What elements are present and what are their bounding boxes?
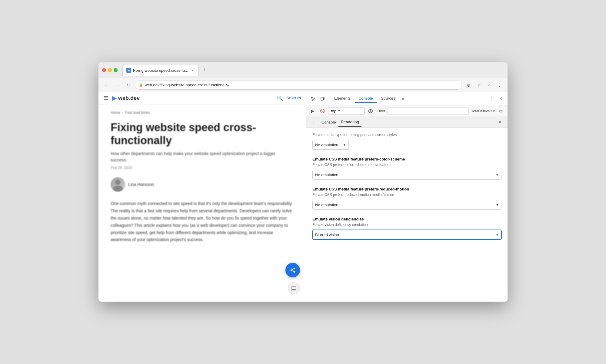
breadcrumb: Home › Fast load times	[111, 111, 294, 115]
svg-point-0	[294, 268, 295, 269]
color-scheme-title: Emulate CSS media feature prefers-color-…	[312, 157, 501, 161]
new-tab-button[interactable]: +	[200, 66, 208, 74]
bookmark-icon[interactable]: ☆	[475, 81, 483, 89]
tab-elements[interactable]: Elements	[331, 94, 354, 103]
svg-rect-5	[321, 97, 323, 100]
feedback-button[interactable]	[288, 282, 300, 294]
more-tabs-button[interactable]: »	[400, 94, 407, 103]
levels-dropdown[interactable]: Default levels ▾	[471, 109, 495, 113]
print-emulation-arrow: ▼	[343, 143, 346, 147]
devtools-close-button[interactable]: ×	[497, 94, 505, 103]
render-section-reduced-motion: Emulate CSS media feature prefers-reduce…	[312, 187, 501, 210]
webpage-search-icon[interactable]: 🔍	[277, 95, 283, 101]
inspect-element-button[interactable]	[309, 94, 317, 103]
tab-favicon	[126, 68, 131, 73]
clear-console-button[interactable]: 🚫	[318, 107, 326, 115]
browser-window: Fixing website speed cross-fu... × + ← →…	[98, 62, 508, 302]
svg-point-7	[370, 111, 371, 112]
reduced-motion-arrow: ▼	[496, 203, 499, 207]
profile-icon[interactable]: ○	[485, 81, 494, 89]
print-emulation-value: No emulation	[315, 143, 338, 147]
main-content: ☰ ▶ web.dev 🔍 SIGN IN Home › Fast load t…	[98, 92, 508, 302]
maximize-traffic-light[interactable]	[114, 68, 118, 72]
author-name: Lina Hansson	[128, 182, 154, 187]
color-scheme-select[interactable]: No emulation ▼	[312, 170, 501, 180]
article-body: One common myth connected to site speed …	[111, 200, 294, 243]
render-section-print: Forces media type for testing print and …	[312, 133, 501, 150]
traffic-lights	[102, 68, 118, 72]
webpage-panel: ☰ ▶ web.dev 🔍 SIGN IN Home › Fast load t…	[98, 92, 306, 302]
context-dropdown-arrow: ▼	[338, 109, 341, 113]
browser-menu-icon[interactable]: ⋮	[495, 81, 504, 89]
devtools-header-right: ⋮ ×	[487, 94, 505, 103]
levels-label: Default levels	[471, 109, 492, 113]
webdev-logo[interactable]: ▶ web.dev	[112, 94, 140, 102]
filter-input[interactable]	[387, 108, 469, 115]
devtools-menu-button[interactable]: ⋮	[487, 94, 495, 103]
reduced-motion-title: Emulate CSS media feature prefers-reduce…	[312, 187, 501, 191]
drawer-close-button[interactable]: ×	[496, 118, 504, 126]
tab-bar: Fixing website speed cross-fu... × +	[122, 65, 504, 76]
context-dropdown[interactable]: top ▼	[328, 107, 365, 115]
close-traffic-light[interactable]	[102, 68, 106, 72]
earth-icon[interactable]: ⊕	[464, 81, 473, 89]
color-scheme-arrow: ▼	[496, 173, 499, 177]
svg-point-1	[291, 270, 292, 271]
devtools-tabs: Elements Console Sources »	[331, 94, 486, 103]
drawer-tab-console[interactable]: Console	[319, 118, 338, 126]
reduced-motion-desc: Forces CSS prefers-reduced-motion media …	[312, 193, 501, 197]
devtools-tools	[309, 94, 327, 103]
url-bar[interactable]: 🔒 web.dev/fixing-website-speed-cross-fun…	[135, 81, 462, 90]
eye-button[interactable]	[366, 107, 375, 115]
active-tab[interactable]: Fixing website speed cross-fu... ×	[122, 65, 199, 76]
settings-button[interactable]: ⚙	[497, 107, 505, 115]
tab-title: Fixing website speed cross-fu...	[133, 68, 188, 73]
webpage-toolbar: ☰ ▶ web.dev 🔍 SIGN IN	[98, 92, 306, 104]
render-section-color-scheme: Emulate CSS media feature prefers-color-…	[312, 157, 501, 180]
hamburger-icon[interactable]: ☰	[103, 95, 108, 101]
lock-icon: 🔒	[139, 83, 143, 87]
webpage-toolbar-right: 🔍 SIGN IN	[277, 95, 301, 101]
vision-desc: Forces vision deficiency emulation	[312, 223, 501, 227]
drawer-tab-rendering[interactable]: Rendering	[338, 118, 361, 127]
vision-arrow: ▼	[496, 233, 499, 237]
filter-area: Filter Default levels ▾	[377, 108, 495, 115]
drawer-menu-icon[interactable]: ⋮	[310, 118, 318, 126]
webdev-logo-text: web.dev	[118, 95, 140, 101]
article-date: Feb 28, 2020	[111, 166, 294, 170]
run-script-button[interactable]: ▶	[309, 107, 317, 115]
breadcrumb-separator: ›	[122, 111, 123, 115]
article-title: Fixing website speed cross-functionally	[111, 121, 294, 147]
author-avatar-image	[111, 177, 125, 192]
tab-sources[interactable]: Sources	[377, 94, 399, 103]
vision-select[interactable]: Blurred vision ▼	[312, 230, 501, 240]
share-button[interactable]	[285, 263, 300, 277]
back-button[interactable]: ←	[102, 81, 111, 89]
tab-console[interactable]: Console	[355, 94, 377, 103]
reduced-motion-select[interactable]: No emulation ▼	[312, 200, 501, 210]
sign-in-button[interactable]: SIGN IN	[287, 96, 301, 100]
address-icons: ⊕ ☆ ○ ⋮	[464, 81, 504, 89]
color-scheme-desc: Forces CSS prefers-color-scheme media fe…	[312, 163, 501, 167]
address-bar: ← → ↻ 🔒 web.dev/fixing-website-speed-cro…	[98, 78, 508, 92]
print-emulation-select[interactable]: No emulation ▼	[312, 140, 349, 150]
breadcrumb-section: Fast load times	[125, 111, 150, 115]
filter-label: Filter	[377, 109, 385, 113]
breadcrumb-home[interactable]: Home	[111, 111, 120, 115]
article-subtitle: How other departments can help make your…	[111, 151, 277, 163]
rendering-content: Forces media type for testing print and …	[306, 128, 508, 302]
vision-value: Blurred vision	[315, 233, 339, 237]
minimize-traffic-light[interactable]	[108, 68, 112, 72]
tab-close-button[interactable]: ×	[190, 68, 195, 73]
author-row: Lina Hansson	[111, 177, 294, 192]
svg-line-4	[292, 269, 294, 270]
refresh-button[interactable]: ↻	[124, 81, 132, 89]
webpage-body: Home › Fast load times Fixing website sp…	[98, 104, 306, 250]
url-text: web.dev/fixing-website-speed-cross-funct…	[145, 83, 229, 87]
print-emulation-desc: Forces media type for testing print and …	[312, 133, 501, 137]
device-emulation-button[interactable]	[318, 94, 327, 103]
drawer-header: ⋮ Console Rendering ×	[306, 117, 508, 128]
forward-button[interactable]: →	[113, 81, 122, 89]
context-label: top	[331, 109, 336, 113]
webdev-chevron-icon: ▶	[112, 94, 116, 102]
